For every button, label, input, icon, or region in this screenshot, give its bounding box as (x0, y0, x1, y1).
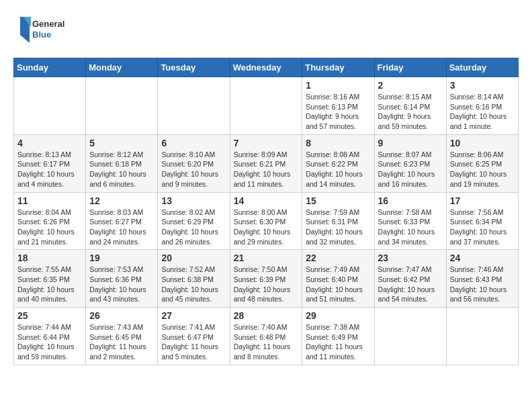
day-number: 14 (234, 195, 299, 206)
day-info: Sunrise: 8:03 AM Sunset: 6:27 PM Dayligh… (89, 208, 154, 247)
day-number: 9 (378, 138, 443, 148)
calendar-cell: 27Sunrise: 7:41 AM Sunset: 6:47 PM Dayli… (158, 308, 230, 365)
day-info: Sunrise: 7:44 AM Sunset: 6:44 PM Dayligh… (17, 322, 82, 362)
day-number: 26 (89, 310, 154, 321)
day-number: 1 (306, 80, 370, 91)
day-number: 4 (17, 138, 82, 148)
day-number: 8 (306, 138, 370, 148)
calendar-week-2: 4Sunrise: 8:13 AM Sunset: 6:17 PM Daylig… (14, 134, 519, 192)
page-header: General Blue (13, 13, 519, 47)
calendar-table: SundayMondayTuesdayWednesdayThursdayFrid… (13, 58, 519, 365)
calendar-cell: 6Sunrise: 8:10 AM Sunset: 6:20 PM Daylig… (158, 134, 230, 192)
day-header-saturday: Saturday (446, 58, 518, 77)
day-number: 2 (378, 80, 443, 91)
calendar-cell: 14Sunrise: 8:00 AM Sunset: 6:30 PM Dayli… (230, 192, 302, 250)
day-info: Sunrise: 8:04 AM Sunset: 6:26 PM Dayligh… (17, 208, 82, 247)
calendar-cell: 21Sunrise: 7:50 AM Sunset: 6:39 PM Dayli… (230, 250, 302, 308)
day-info: Sunrise: 7:40 AM Sunset: 6:48 PM Dayligh… (234, 322, 299, 362)
calendar-cell (374, 308, 446, 365)
calendar-week-5: 25Sunrise: 7:44 AM Sunset: 6:44 PM Dayli… (14, 308, 519, 365)
day-number: 10 (450, 138, 515, 148)
day-number: 6 (161, 138, 226, 148)
day-number: 19 (89, 253, 154, 263)
day-number: 22 (306, 253, 370, 263)
calendar-cell: 22Sunrise: 7:49 AM Sunset: 6:40 PM Dayli… (302, 250, 374, 308)
day-number: 20 (161, 253, 226, 263)
calendar-cell (230, 77, 302, 135)
day-header-thursday: Thursday (302, 58, 374, 77)
day-number: 29 (306, 310, 370, 321)
calendar-cell: 17Sunrise: 7:56 AM Sunset: 6:34 PM Dayli… (446, 192, 518, 250)
day-info: Sunrise: 8:14 AM Sunset: 6:16 PM Dayligh… (450, 92, 515, 132)
day-number: 17 (450, 195, 515, 206)
day-header-friday: Friday (374, 58, 446, 77)
calendar-cell: 11Sunrise: 8:04 AM Sunset: 6:26 PM Dayli… (14, 192, 86, 250)
day-header-tuesday: Tuesday (158, 58, 230, 77)
day-number: 27 (161, 310, 226, 321)
day-info: Sunrise: 7:50 AM Sunset: 6:39 PM Dayligh… (234, 265, 299, 304)
day-info: Sunrise: 8:15 AM Sunset: 6:14 PM Dayligh… (378, 92, 443, 132)
calendar-cell: 16Sunrise: 7:58 AM Sunset: 6:33 PM Dayli… (374, 192, 446, 250)
calendar-cell (446, 308, 518, 365)
day-number: 16 (378, 195, 443, 206)
calendar-cell (158, 77, 230, 135)
day-info: Sunrise: 8:13 AM Sunset: 6:17 PM Dayligh… (17, 150, 82, 189)
day-info: Sunrise: 8:12 AM Sunset: 6:18 PM Dayligh… (89, 150, 154, 189)
calendar-cell: 5Sunrise: 8:12 AM Sunset: 6:18 PM Daylig… (86, 134, 158, 192)
day-info: Sunrise: 7:59 AM Sunset: 6:31 PM Dayligh… (306, 208, 370, 247)
day-info: Sunrise: 8:09 AM Sunset: 6:21 PM Dayligh… (234, 150, 299, 189)
calendar-cell: 19Sunrise: 7:53 AM Sunset: 6:36 PM Dayli… (86, 250, 158, 308)
day-info: Sunrise: 7:56 AM Sunset: 6:34 PM Dayligh… (450, 208, 515, 247)
day-info: Sunrise: 8:10 AM Sunset: 6:20 PM Dayligh… (161, 150, 226, 189)
calendar-cell: 8Sunrise: 8:08 AM Sunset: 6:22 PM Daylig… (302, 134, 374, 192)
day-info: Sunrise: 8:06 AM Sunset: 6:25 PM Dayligh… (450, 150, 515, 189)
day-number: 24 (450, 253, 515, 263)
calendar-cell: 28Sunrise: 7:40 AM Sunset: 6:48 PM Dayli… (230, 308, 302, 365)
calendar-cell: 9Sunrise: 8:07 AM Sunset: 6:23 PM Daylig… (374, 134, 446, 192)
day-info: Sunrise: 7:49 AM Sunset: 6:40 PM Dayligh… (306, 265, 370, 304)
calendar-cell: 23Sunrise: 7:47 AM Sunset: 6:42 PM Dayli… (374, 250, 446, 308)
day-info: Sunrise: 8:02 AM Sunset: 6:29 PM Dayligh… (161, 208, 226, 247)
calendar-cell: 7Sunrise: 8:09 AM Sunset: 6:21 PM Daylig… (230, 134, 302, 192)
calendar-cell: 4Sunrise: 8:13 AM Sunset: 6:17 PM Daylig… (14, 134, 86, 192)
calendar-week-4: 18Sunrise: 7:55 AM Sunset: 6:35 PM Dayli… (14, 250, 519, 308)
day-number: 12 (89, 195, 154, 206)
calendar-week-1: 1Sunrise: 8:16 AM Sunset: 6:13 PM Daylig… (14, 77, 519, 135)
calendar-cell: 20Sunrise: 7:52 AM Sunset: 6:38 PM Dayli… (158, 250, 230, 308)
day-number: 15 (306, 195, 370, 206)
calendar-cell: 10Sunrise: 8:06 AM Sunset: 6:25 PM Dayli… (446, 134, 518, 192)
calendar-cell: 29Sunrise: 7:38 AM Sunset: 6:49 PM Dayli… (302, 308, 374, 365)
day-number: 21 (234, 253, 299, 263)
calendar-cell: 26Sunrise: 7:43 AM Sunset: 6:45 PM Dayli… (86, 308, 158, 365)
day-number: 28 (234, 310, 299, 321)
calendar-cell: 25Sunrise: 7:44 AM Sunset: 6:44 PM Dayli… (14, 308, 86, 365)
day-info: Sunrise: 7:55 AM Sunset: 6:35 PM Dayligh… (17, 265, 82, 304)
day-info: Sunrise: 7:47 AM Sunset: 6:42 PM Dayligh… (378, 265, 443, 304)
day-info: Sunrise: 7:43 AM Sunset: 6:45 PM Dayligh… (89, 322, 154, 362)
calendar-cell: 2Sunrise: 8:15 AM Sunset: 6:14 PM Daylig… (374, 77, 446, 135)
calendar-cell: 1Sunrise: 8:16 AM Sunset: 6:13 PM Daylig… (302, 77, 374, 135)
day-header-sunday: Sunday (14, 58, 86, 77)
day-number: 18 (17, 253, 82, 263)
day-number: 11 (17, 195, 82, 206)
day-header-monday: Monday (86, 58, 158, 77)
svg-text:Blue: Blue (32, 30, 51, 40)
logo-svg: General Blue (13, 13, 67, 47)
day-info: Sunrise: 7:53 AM Sunset: 6:36 PM Dayligh… (89, 265, 154, 304)
day-info: Sunrise: 8:08 AM Sunset: 6:22 PM Dayligh… (306, 150, 370, 189)
day-number: 25 (17, 310, 82, 321)
logo: General Blue (13, 13, 67, 47)
day-info: Sunrise: 8:07 AM Sunset: 6:23 PM Dayligh… (378, 150, 443, 189)
day-header-wednesday: Wednesday (230, 58, 302, 77)
calendar-cell: 15Sunrise: 7:59 AM Sunset: 6:31 PM Dayli… (302, 192, 374, 250)
calendar-cell: 12Sunrise: 8:03 AM Sunset: 6:27 PM Dayli… (86, 192, 158, 250)
day-info: Sunrise: 7:52 AM Sunset: 6:38 PM Dayligh… (161, 265, 226, 304)
day-info: Sunrise: 8:00 AM Sunset: 6:30 PM Dayligh… (234, 208, 299, 247)
day-number: 13 (161, 195, 226, 206)
svg-text:General: General (32, 19, 64, 29)
day-info: Sunrise: 7:41 AM Sunset: 6:47 PM Dayligh… (161, 322, 226, 362)
day-info: Sunrise: 7:46 AM Sunset: 6:43 PM Dayligh… (450, 265, 515, 304)
calendar-cell: 3Sunrise: 8:14 AM Sunset: 6:16 PM Daylig… (446, 77, 518, 135)
day-number: 7 (234, 138, 299, 148)
calendar-header-row: SundayMondayTuesdayWednesdayThursdayFrid… (14, 58, 519, 77)
